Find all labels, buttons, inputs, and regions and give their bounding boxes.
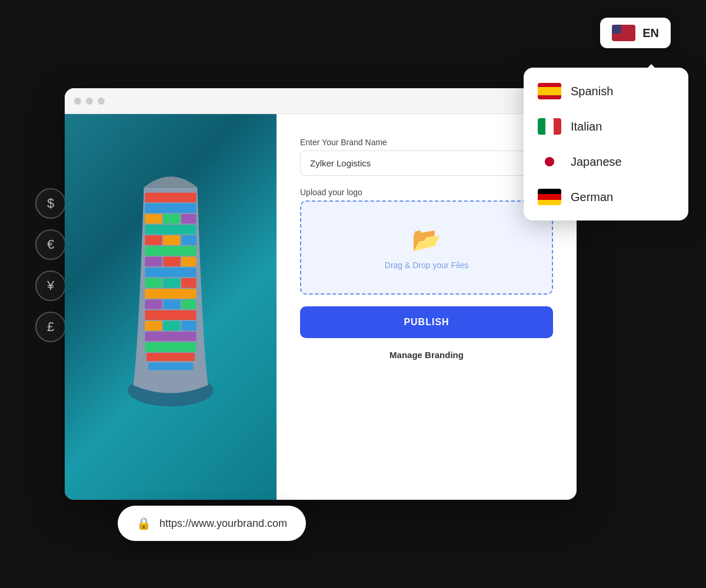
german-label: German <box>571 191 613 204</box>
yen-icon[interactable]: ¥ <box>35 270 66 301</box>
svg-rect-11 <box>145 257 162 266</box>
japanese-flag-icon <box>538 153 561 170</box>
svg-rect-19 <box>145 299 162 309</box>
svg-rect-20 <box>163 299 180 309</box>
japanese-label: Japanese <box>571 155 622 169</box>
language-dropdown: Spanish Italian Japanese German <box>524 68 688 220</box>
publish-button[interactable]: PUBLISH <box>300 306 553 338</box>
svg-rect-9 <box>181 235 196 245</box>
window-dot-2 <box>86 98 93 105</box>
svg-rect-5 <box>181 214 196 223</box>
spanish-label: Spanish <box>571 85 613 98</box>
svg-rect-17 <box>181 278 196 288</box>
lock-icon: 🔒 <box>136 516 151 530</box>
svg-rect-8 <box>163 235 180 245</box>
svg-rect-29 <box>148 363 193 370</box>
language-option-german[interactable]: German <box>524 179 688 215</box>
svg-rect-14 <box>145 268 196 277</box>
logo-upload-label: Upload your logo <box>300 188 553 197</box>
ship-image-panel <box>65 114 277 500</box>
svg-rect-23 <box>145 321 162 330</box>
language-option-japanese[interactable]: Japanese <box>524 144 688 179</box>
svg-rect-4 <box>163 214 180 223</box>
svg-rect-27 <box>145 342 196 352</box>
italian-label: Italian <box>571 120 602 133</box>
italian-flag-icon <box>538 118 561 135</box>
browser-content: Enter Your Brand Name Upload your logo 📂… <box>65 114 577 500</box>
brand-name-label: Enter Your Brand Name <box>300 138 553 147</box>
folder-icon: 📂 <box>412 226 441 253</box>
us-flag-icon <box>612 25 635 41</box>
euro-icon[interactable]: € <box>35 229 66 260</box>
svg-rect-26 <box>145 332 196 341</box>
svg-rect-7 <box>145 235 162 245</box>
svg-rect-28 <box>146 353 195 361</box>
url-text: https://www.yourbrand.com <box>159 517 287 530</box>
browser-window: Enter Your Brand Name Upload your logo 📂… <box>65 88 577 500</box>
dollar-icon[interactable]: $ <box>35 188 66 219</box>
svg-rect-6 <box>145 225 196 234</box>
svg-rect-24 <box>163 321 180 330</box>
brand-name-section: Enter Your Brand Name <box>300 138 553 176</box>
logo-upload-section: Upload your logo 📂 Drag & Drop your File… <box>300 188 553 295</box>
svg-rect-16 <box>163 278 180 288</box>
svg-rect-15 <box>145 278 162 288</box>
svg-rect-22 <box>145 310 196 320</box>
german-flag-icon <box>538 189 561 205</box>
url-bar: 🔒 https://www.yourbrand.com <box>118 506 306 541</box>
svg-rect-18 <box>145 289 196 298</box>
svg-rect-1 <box>145 193 196 202</box>
drag-drop-text: Drag & Drop your Files <box>385 260 468 270</box>
language-button[interactable]: EN <box>600 18 671 48</box>
language-option-italian[interactable]: Italian <box>524 109 688 144</box>
svg-rect-13 <box>181 257 196 266</box>
brand-name-input[interactable] <box>300 151 553 176</box>
spanish-flag-icon <box>538 83 561 99</box>
svg-rect-10 <box>145 246 196 256</box>
currency-icons-panel: $ € ¥ £ <box>35 188 66 342</box>
language-label: EN <box>642 26 659 40</box>
svg-rect-3 <box>145 214 162 223</box>
window-dot-1 <box>74 98 81 105</box>
svg-rect-12 <box>163 257 180 266</box>
svg-rect-2 <box>145 203 196 213</box>
pound-icon[interactable]: £ <box>35 312 66 342</box>
file-drop-zone[interactable]: 📂 Drag & Drop your Files <box>300 201 553 295</box>
svg-rect-25 <box>181 321 196 330</box>
window-dot-3 <box>98 98 105 105</box>
manage-branding-label: Manage Branding <box>300 350 553 360</box>
svg-rect-21 <box>181 299 196 309</box>
language-option-spanish[interactable]: Spanish <box>524 74 688 109</box>
browser-titlebar <box>65 88 577 114</box>
